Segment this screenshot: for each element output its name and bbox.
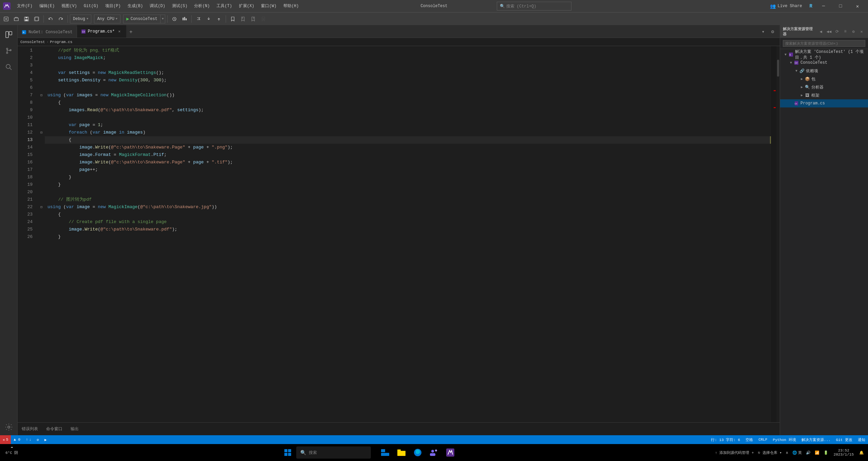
code-line-5[interactable]: settings.Density = new Density(300, 300)… bbox=[45, 77, 771, 84]
code-line-16[interactable]: image.Write(@"c:\path\to\Snakeware.Page"… bbox=[45, 159, 771, 166]
tree-analyzers[interactable]: ▶ 🔍 分析器 bbox=[780, 83, 868, 91]
code-line-6[interactable] bbox=[45, 84, 771, 92]
activity-settings[interactable] bbox=[1, 419, 17, 435]
panel-close-button[interactable]: ✕ bbox=[858, 28, 865, 35]
speaker-icon[interactable]: 🔊 bbox=[805, 445, 812, 460]
code-line-14[interactable]: image.Write(@"c:\path\to\Snakeware.Page"… bbox=[45, 144, 771, 151]
vertical-scrollbar[interactable] bbox=[776, 46, 780, 422]
code-line-10[interactable] bbox=[45, 114, 771, 121]
tab-add-button[interactable]: + bbox=[126, 27, 136, 38]
code-line-1[interactable]: //pdf 转化为 png、tif格式 bbox=[45, 47, 771, 54]
code-line-3[interactable] bbox=[45, 62, 771, 69]
select-repo[interactable]: ⎋ 选择仓库 ▾ bbox=[757, 445, 783, 460]
tree-packages[interactable]: ▶ 📦 包 bbox=[780, 75, 868, 83]
menu-help[interactable]: 帮助(H) bbox=[280, 0, 302, 12]
tab-program-cs[interactable]: C# Program.cs* ✕ bbox=[77, 25, 126, 38]
taskbar-visualstudio[interactable] bbox=[443, 445, 458, 460]
clear-bookmark-button[interactable] bbox=[259, 14, 268, 24]
run-play-button[interactable]: ▶ ConsoleTest bbox=[124, 15, 161, 23]
taskbar-edge[interactable] bbox=[410, 445, 425, 460]
attach-debugger-button[interactable] bbox=[170, 14, 179, 24]
code-line-9[interactable]: images.Read(@"c:\path\to\Snakeware.pdf",… bbox=[45, 106, 771, 114]
redo-button[interactable] bbox=[56, 14, 65, 24]
breadcrumb-item-1[interactable]: Program.cs bbox=[50, 40, 72, 44]
taskbar-explorer[interactable] bbox=[394, 445, 409, 460]
code-line-17[interactable]: page++; bbox=[45, 166, 771, 174]
code-line-13[interactable]: 💡 { bbox=[45, 136, 771, 144]
code-line-25[interactable]: image.Write(@"c:\path\to\Snakeware.pdf")… bbox=[45, 226, 771, 233]
menu-tools[interactable]: 工具(T) bbox=[213, 0, 235, 12]
panel-collapse-button[interactable]: ◀◀ bbox=[825, 28, 833, 35]
title-search-box[interactable]: 🔍 搜索 (Ctrl+Q) bbox=[497, 2, 571, 11]
new-project-button[interactable] bbox=[1, 14, 11, 24]
tab-close-button[interactable]: ✕ bbox=[117, 29, 122, 34]
add-to-source-control[interactable]: ↑ 添加到源代码管理 + bbox=[714, 445, 755, 460]
activity-git[interactable] bbox=[1, 43, 17, 59]
open-button[interactable] bbox=[12, 14, 21, 24]
menu-project[interactable]: 项目(P) bbox=[102, 0, 124, 12]
tab-dropdown-button[interactable]: ▾ bbox=[759, 27, 768, 36]
status-up-down[interactable]: ↑ ↓ bbox=[23, 435, 34, 444]
activity-search[interactable] bbox=[1, 59, 17, 75]
menu-analyze[interactable]: 分析(N) bbox=[191, 0, 213, 12]
status-next-icon[interactable]: ▶ bbox=[42, 435, 50, 444]
menu-git[interactable]: Git(G) bbox=[80, 0, 102, 12]
language-indicator[interactable]: 🌐 英 bbox=[791, 445, 803, 460]
menu-build[interactable]: 生成(B) bbox=[124, 0, 147, 12]
panel-pin-button[interactable]: ◀ bbox=[817, 28, 825, 35]
panel-filter-button[interactable]: ≡ bbox=[842, 28, 849, 35]
tab-output[interactable]: 输出 bbox=[67, 423, 83, 436]
run-dropdown-arrow[interactable]: ▼ bbox=[161, 15, 165, 23]
menu-window[interactable]: 窗口(W) bbox=[258, 0, 280, 12]
status-error-count[interactable]: ✕ 5 bbox=[0, 435, 11, 444]
status-diff-icon[interactable]: ⊘ bbox=[34, 435, 42, 444]
code-line-7[interactable]: using (var images = new MagickImageColle… bbox=[45, 92, 771, 99]
start-button[interactable] bbox=[279, 444, 296, 461]
step-into-button[interactable] bbox=[204, 14, 213, 24]
menu-view[interactable]: 视图(V) bbox=[58, 0, 80, 12]
code-content[interactable]: //pdf 转化为 png、tif格式 using ImageMagick; v… bbox=[45, 46, 771, 422]
code-line-20[interactable] bbox=[45, 188, 771, 196]
code-line-26[interactable]: } bbox=[45, 233, 771, 241]
code-line-18[interactable]: } bbox=[45, 174, 771, 181]
fold-22[interactable]: ⊟ bbox=[38, 203, 45, 211]
save-all-button[interactable] bbox=[32, 14, 41, 24]
status-position[interactable]: 行: 13 字符: 6 bbox=[708, 435, 743, 444]
battery-icon[interactable]: 🔋 bbox=[822, 445, 830, 460]
tree-dependencies[interactable]: ▼ 🔗 依赖项 bbox=[780, 67, 868, 75]
status-python-env[interactable]: Python 环境 bbox=[770, 435, 799, 444]
code-line-19[interactable]: } bbox=[45, 181, 771, 188]
prev-bookmark-button[interactable] bbox=[238, 14, 248, 24]
bookmark-button[interactable] bbox=[228, 14, 238, 24]
status-errors[interactable]: ▲ 0 bbox=[11, 435, 23, 444]
tree-frameworks[interactable]: ▶ 🖼 框架 bbox=[780, 91, 868, 99]
status-notifications[interactable]: 通知 bbox=[855, 435, 868, 444]
code-line-21[interactable]: // 图片转为pdf bbox=[45, 196, 771, 203]
step-out-button[interactable] bbox=[214, 14, 224, 24]
scrollbar-thumb[interactable] bbox=[777, 60, 779, 77]
profile-button[interactable]: R bbox=[808, 1, 814, 11]
debug-config-dropdown[interactable]: Debug ▼ bbox=[70, 15, 91, 23]
status-solution-explore[interactable]: 解决方案资源... bbox=[799, 435, 833, 444]
fold-7[interactable]: ⊟ bbox=[38, 92, 45, 99]
next-bookmark-button[interactable] bbox=[248, 14, 258, 24]
code-line-2[interactable]: using ImageMagick; bbox=[45, 54, 771, 62]
code-line-11[interactable]: var page = 1; bbox=[45, 121, 771, 129]
taskbar-files[interactable] bbox=[378, 445, 393, 460]
restore-button[interactable]: □ bbox=[833, 0, 848, 12]
code-line-12[interactable]: foreach (var image in images) bbox=[45, 129, 771, 136]
undo-button[interactable] bbox=[46, 14, 55, 24]
tab-nuget[interactable]: N NuGet: ConsoleTest bbox=[18, 27, 77, 38]
live-share-button[interactable]: 👥 Live Share bbox=[766, 0, 806, 12]
code-line-23[interactable]: { bbox=[45, 211, 771, 218]
weather-widget[interactable]: ☁ 6°C 阴 bbox=[3, 444, 21, 461]
status-indent[interactable]: 空格 bbox=[743, 435, 756, 444]
notification-bell[interactable]: 🔔 bbox=[858, 445, 865, 460]
menu-edit[interactable]: 编辑(E) bbox=[36, 0, 58, 12]
code-line-24[interactable]: // Create pdf file with a single page bbox=[45, 218, 771, 226]
up-arrow-tray[interactable]: ∧ bbox=[785, 445, 790, 460]
tab-settings-button[interactable]: ⚙ bbox=[768, 27, 777, 36]
step-over-button[interactable] bbox=[194, 14, 203, 24]
status-git-changes[interactable]: Git 更改 bbox=[833, 435, 855, 444]
run-button-group[interactable]: ▶ ConsoleTest ▼ bbox=[123, 15, 165, 23]
